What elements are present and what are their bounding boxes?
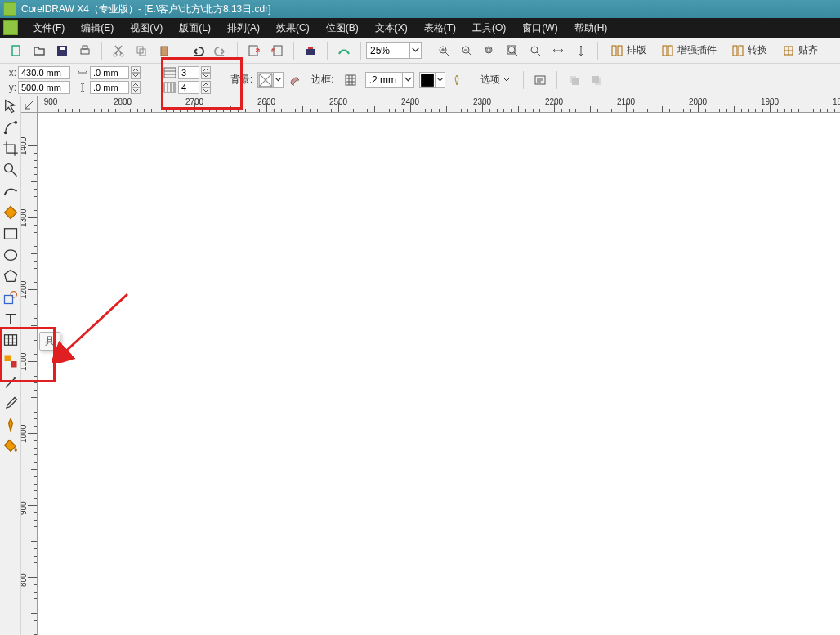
height-spinner[interactable] [131,81,141,94]
interactive-tool[interactable] [2,374,19,391]
options-button[interactable]: 选项 [475,70,516,90]
zoom-out-button[interactable] [457,41,476,60]
border-width-value[interactable]: .2 mm [366,74,402,86]
zoom-combo[interactable]: 25% [366,42,422,59]
rows-spinner[interactable] [201,66,211,79]
ruler-vertical[interactable]: 14001300120011001000900800700 [21,113,38,635]
table-tool[interactable] [2,332,19,348]
new-button[interactable] [7,41,26,60]
freehand-tool[interactable] [2,183,19,199]
menu-arrange[interactable]: 排列(A) [219,18,268,38]
to-back-button [587,70,606,90]
eyedropper-tool[interactable] [2,396,19,412]
width-icon [77,67,88,78]
rows-input[interactable] [178,66,199,79]
x-input[interactable] [18,66,70,79]
rectangle-tool[interactable] [2,226,19,242]
width-input[interactable] [90,66,129,79]
canvas[interactable] [38,113,840,635]
zoom-selection-button[interactable] [480,41,499,60]
menu-help[interactable]: 帮助(H) [566,18,616,38]
shape-tool[interactable] [2,119,19,136]
ruler-horizontal[interactable]: 9002800270026002500240023002200210020001… [38,96,840,113]
redo-button[interactable] [211,41,230,60]
bg-dropdown-icon[interactable] [273,73,283,87]
wrap-text-button[interactable] [530,70,550,90]
import-button[interactable] [244,41,264,60]
zoom-tool[interactable] [2,162,19,178]
app-launch-button[interactable] [301,41,320,60]
border-label: 边框: [311,73,333,87]
edit-fill-button[interactable] [285,70,305,90]
text-tool[interactable] [2,311,19,327]
polygon-tool[interactable] [2,268,19,284]
convert-button[interactable]: 转换 [726,41,773,60]
crop-tool[interactable] [2,141,19,157]
ruler-origin[interactable] [21,96,38,113]
separator [237,42,238,60]
zoom-value[interactable]: 25% [367,45,409,56]
menu-text[interactable]: 文本(X) [367,18,416,38]
cut-button[interactable] [109,41,128,60]
separator [597,42,598,60]
svg-rect-9 [161,47,168,56]
paste-button[interactable] [154,41,174,60]
svg-rect-26 [739,46,743,56]
zoom-all-button[interactable] [503,41,522,60]
menu-view[interactable]: 视图(V) [122,18,171,38]
app-menu-icon[interactable] [3,20,18,35]
pick-tool[interactable] [2,98,19,114]
menu-bitmap[interactable]: 位图(B) [318,18,367,38]
open-button[interactable] [29,41,49,60]
plugin-button[interactable]: 增强插件 [655,41,722,60]
svg-rect-46 [11,361,17,368]
bg-swatch[interactable] [257,72,284,88]
svg-point-18 [508,47,515,53]
menu-file[interactable]: 文件(F) [25,18,73,38]
border-color-dropdown-icon[interactable] [435,73,445,87]
separator [327,42,328,60]
welcome-button[interactable] [334,41,354,60]
undo-button[interactable] [188,41,208,60]
svg-rect-10 [249,46,257,56]
border-color-swatch[interactable] [419,72,445,88]
height-input[interactable] [90,81,129,94]
border-width-combo[interactable]: .2 mm [365,72,414,88]
fill-tool[interactable] [2,438,19,454]
zoom-height-button[interactable] [571,41,591,60]
snap-button[interactable]: 贴齐 [776,41,824,60]
cols-input[interactable] [178,81,199,94]
zoom-dropdown-icon[interactable] [409,43,421,58]
basic-shapes-tool[interactable] [2,289,19,306]
export-button[interactable] [267,41,287,60]
smart-fill-tool[interactable] [2,204,19,221]
zoom-width-button[interactable] [548,41,568,60]
menu-table[interactable]: 表格(T) [416,18,464,38]
border-width-dropdown-icon[interactable] [402,73,413,87]
svg-rect-36 [592,76,599,83]
save-button[interactable] [52,41,72,60]
menu-effects[interactable]: 效果(C) [268,18,318,38]
menu-layout[interactable]: 版面(L) [171,18,219,38]
cols-spinner[interactable] [201,81,211,94]
copy-button[interactable] [132,41,151,60]
svg-rect-3 [81,49,89,54]
print-button[interactable] [75,41,95,60]
border-preset-button[interactable] [341,70,360,90]
ellipse-tool[interactable] [2,247,19,263]
zoom-page-button[interactable] [525,41,545,60]
dimension-tool[interactable] [2,353,19,369]
svg-rect-30 [346,75,355,85]
svg-line-47 [64,294,127,353]
layout-button[interactable]: 排版 [605,41,652,60]
outline-tool[interactable] [2,417,19,433]
width-spinner[interactable] [131,66,141,79]
zoom-in-button[interactable] [434,41,454,60]
outline-pen-button[interactable] [447,70,467,90]
menu-tools[interactable]: 工具(O) [464,18,514,38]
svg-point-41 [4,250,16,261]
menu-window[interactable]: 窗口(W) [514,18,565,38]
menu-edit[interactable]: 编辑(E) [73,18,122,38]
y-input[interactable] [18,81,70,94]
svg-rect-34 [572,78,579,85]
